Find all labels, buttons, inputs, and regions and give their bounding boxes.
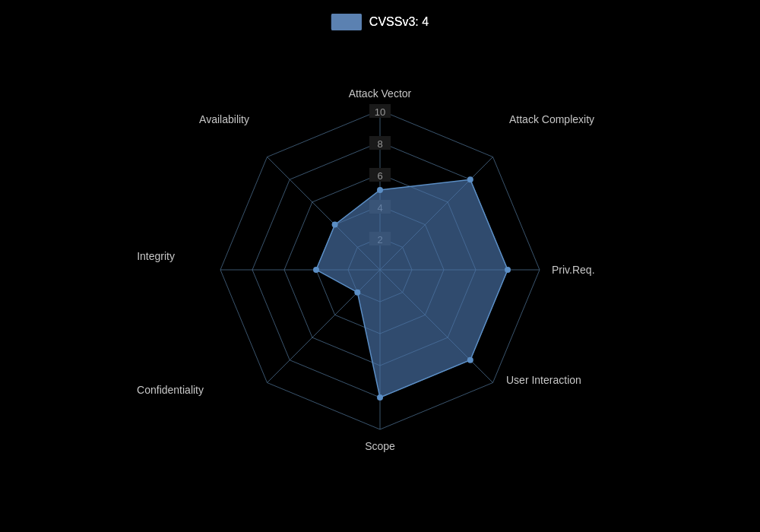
main-radar-svg: 2 4 6 8 10 Attack Vector Attack Co — [0, 0, 760, 532]
chart-container: CVSSv3: 4 .grid-line { stroke: #4a6a8a; … — [0, 0, 760, 532]
data-polygon — [316, 179, 508, 397]
dot-co — [354, 290, 360, 296]
label-availability: Availability — [199, 113, 249, 125]
label-confidentiality: Confidentiality — [137, 384, 204, 396]
dot-av2 — [332, 222, 338, 228]
grid-label-8: 8 — [377, 138, 382, 150]
dot-pr — [505, 267, 511, 273]
dot-ui — [467, 357, 473, 363]
label-attack-complexity: Attack Complexity — [509, 113, 594, 125]
label-priv-req: Priv.Req. — [552, 264, 595, 276]
legend-swatch — [331, 14, 362, 30]
grid-label-10: 10 — [375, 106, 385, 118]
label-attack-vector: Attack Vector — [349, 87, 412, 100]
grid-label-6: 6 — [377, 170, 382, 182]
chart-legend: CVSSv3: 4 — [331, 14, 429, 30]
dot-sc — [377, 394, 383, 401]
chart-title-label: CVSSv3: 4 — [369, 15, 429, 29]
dot-av — [377, 187, 383, 193]
label-integrity: Integrity — [137, 250, 175, 262]
label-user-interaction: User Interaction — [506, 374, 581, 386]
label-scope: Scope — [365, 440, 395, 452]
dot-in — [313, 267, 319, 273]
dot-ac — [467, 176, 473, 182]
